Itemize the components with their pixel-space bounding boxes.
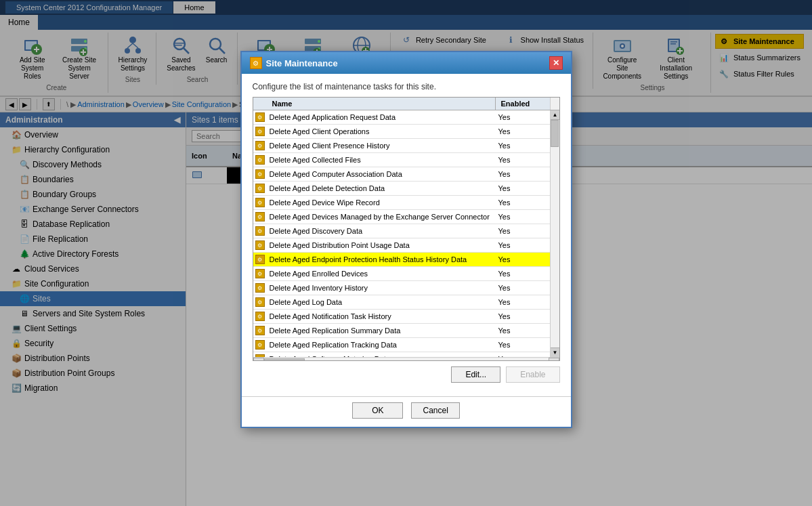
task-row-13[interactable]: ⚙ Delete Aged Log Data Yes bbox=[253, 295, 550, 310]
task-name-7: Delete Aged Devices Managed by the Excha… bbox=[267, 211, 496, 222]
task-enabled-0: Yes bbox=[496, 112, 550, 123]
modal-title-text: Site Maintenance bbox=[266, 58, 338, 68]
task-enabled-8: Yes bbox=[496, 226, 550, 236]
modal-title-area: ⚙ Site Maintenance bbox=[250, 57, 338, 69]
task-name-9: Delete Aged Distribution Point Usage Dat… bbox=[267, 240, 496, 251]
task-icon-8: ⚙ bbox=[253, 224, 267, 238]
modal-overlay: ⚙ Site Maintenance ✕ Configure the list … bbox=[0, 0, 812, 506]
task-row-14[interactable]: ⚙ Delete Aged Notification Task History … bbox=[253, 310, 550, 324]
modal-close-button[interactable]: ✕ bbox=[549, 56, 563, 70]
task-icon-10: ⚙ bbox=[253, 253, 267, 266]
task-enabled-5: Yes bbox=[496, 183, 550, 194]
task-icon-17: ⚙ bbox=[253, 352, 267, 357]
task-enabled-2: Yes bbox=[496, 140, 550, 151]
task-row-2[interactable]: ⚙ Delete Aged Client Presence History Ye… bbox=[253, 139, 550, 153]
modal-footer-buttons: Edit... Enable bbox=[253, 361, 560, 385]
task-row-4[interactable]: ⚙ Delete Aged Computer Association Data … bbox=[253, 167, 550, 182]
task-name-0: Delete Aged Application Request Data bbox=[267, 112, 496, 123]
edit-button[interactable]: Edit... bbox=[451, 366, 500, 383]
task-name-10: Delete Aged Endpoint Protection Health S… bbox=[267, 254, 496, 265]
task-row-3[interactable]: ⚙ Delete Aged Collected Files Yes bbox=[253, 153, 550, 167]
task-row-11[interactable]: ⚙ Delete Aged Enrolled Devices Yes bbox=[253, 267, 550, 281]
modal-header-scroll bbox=[550, 98, 559, 110]
task-icon-9: ⚙ bbox=[253, 238, 267, 252]
task-enabled-7: Yes bbox=[496, 211, 550, 222]
task-row-0[interactable]: ⚙ Delete Aged Application Request Data Y… bbox=[253, 110, 550, 125]
task-icon-3: ⚙ bbox=[253, 153, 267, 167]
task-enabled-4: Yes bbox=[496, 169, 550, 180]
task-name-1: Delete Aged Client Operations bbox=[267, 126, 496, 137]
task-name-15: Delete Aged Replication Summary Data bbox=[267, 325, 496, 336]
task-icon-14: ⚙ bbox=[253, 310, 267, 323]
modal-title-icon: ⚙ bbox=[250, 57, 262, 69]
task-icon-4: ⚙ bbox=[253, 167, 267, 181]
task-enabled-12: Yes bbox=[496, 282, 550, 293]
task-name-14: Delete Aged Notification Task History bbox=[267, 311, 496, 322]
task-enabled-9: Yes bbox=[496, 240, 550, 251]
task-icon-2: ⚙ bbox=[253, 139, 267, 152]
task-name-2: Delete Aged Client Presence History bbox=[267, 140, 496, 151]
modal-col-enabled: Enabled bbox=[496, 98, 550, 110]
task-row-10[interactable]: ⚙ Delete Aged Endpoint Protection Health… bbox=[253, 253, 550, 267]
task-icon-1: ⚙ bbox=[253, 125, 267, 138]
task-enabled-15: Yes bbox=[496, 325, 550, 336]
scroll-thumb[interactable] bbox=[551, 120, 559, 147]
modal-description: Configure the list of maintenance tasks … bbox=[253, 82, 560, 91]
scroll-track bbox=[551, 120, 559, 347]
modal-list-container: Name Enabled ⚙ Delete Aged Application R… bbox=[253, 97, 560, 361]
modal-titlebar: ⚙ Site Maintenance ✕ bbox=[242, 52, 571, 74]
task-name-3: Delete Aged Collected Files bbox=[267, 154, 496, 165]
task-row-12[interactable]: ⚙ Delete Aged Inventory History Yes bbox=[253, 281, 550, 295]
task-row-6[interactable]: ⚙ Delete Aged Device Wipe Record Yes bbox=[253, 196, 550, 210]
task-row-1[interactable]: ⚙ Delete Aged Client Operations Yes bbox=[253, 125, 550, 139]
task-enabled-3: Yes bbox=[496, 154, 550, 165]
task-row-16[interactable]: ⚙ Delete Aged Replication Tracking Data … bbox=[253, 338, 550, 352]
ok-button[interactable]: OK bbox=[352, 402, 403, 419]
task-row-5[interactable]: ⚙ Delete Aged Delete Detection Data Yes bbox=[253, 182, 550, 196]
task-icon-6: ⚙ bbox=[253, 196, 267, 209]
task-enabled-14: Yes bbox=[496, 311, 550, 322]
task-name-5: Delete Aged Delete Detection Data bbox=[267, 183, 496, 194]
task-name-8: Delete Aged Discovery Data bbox=[267, 226, 496, 236]
task-enabled-11: Yes bbox=[496, 268, 550, 279]
modal-list-header-spacer bbox=[253, 98, 267, 110]
task-row-8[interactable]: ⚙ Delete Aged Discovery Data Yes bbox=[253, 224, 550, 238]
modal-bottom-buttons: OK Cancel bbox=[242, 396, 571, 427]
modal-list-rows: ⚙ Delete Aged Application Request Data Y… bbox=[253, 110, 550, 357]
task-enabled-10: Yes bbox=[496, 254, 550, 265]
task-icon-16: ⚙ bbox=[253, 338, 267, 352]
scroll-up-btn[interactable]: ▲ bbox=[551, 110, 560, 120]
modal-col-name: Name bbox=[267, 98, 496, 110]
task-row-9[interactable]: ⚙ Delete Aged Distribution Point Usage D… bbox=[253, 238, 550, 253]
task-icon-5: ⚙ bbox=[253, 182, 267, 195]
task-icon-15: ⚙ bbox=[253, 324, 267, 337]
task-name-12: Delete Aged Inventory History bbox=[267, 282, 496, 293]
scroll-down-btn[interactable]: ▼ bbox=[551, 347, 560, 357]
task-row-17[interactable]: ⚙ Delete Aged Software Metering Data Yes bbox=[253, 352, 550, 357]
task-name-4: Delete Aged Computer Association Data bbox=[267, 169, 496, 180]
modal-list-header: Name Enabled bbox=[253, 98, 559, 110]
task-enabled-6: Yes bbox=[496, 197, 550, 208]
modal-body: Configure the list of maintenance tasks … bbox=[242, 74, 571, 394]
task-name-17: Delete Aged Software Metering Data bbox=[267, 354, 496, 357]
site-maintenance-modal: ⚙ Site Maintenance ✕ Configure the list … bbox=[240, 51, 572, 428]
task-row-15[interactable]: ⚙ Delete Aged Replication Summary Data Y… bbox=[253, 324, 550, 338]
task-name-13: Delete Aged Log Data bbox=[267, 297, 496, 308]
enable-button: Enable bbox=[506, 366, 559, 383]
task-icon-0: ⚙ bbox=[253, 110, 267, 124]
task-enabled-17: Yes bbox=[496, 354, 550, 357]
modal-list-scroll-area: ⚙ Delete Aged Application Request Data Y… bbox=[253, 110, 559, 357]
cancel-button[interactable]: Cancel bbox=[411, 402, 459, 419]
task-enabled-1: Yes bbox=[496, 126, 550, 137]
task-icon-12: ⚙ bbox=[253, 281, 267, 295]
modal-scrollbar[interactable]: ▲ ▼ bbox=[550, 110, 559, 357]
task-name-6: Delete Aged Device Wipe Record bbox=[267, 197, 496, 208]
task-icon-7: ⚙ bbox=[253, 210, 267, 224]
task-enabled-13: Yes bbox=[496, 297, 550, 308]
task-enabled-16: Yes bbox=[496, 339, 550, 350]
task-icon-13: ⚙ bbox=[253, 295, 267, 309]
task-name-16: Delete Aged Replication Tracking Data bbox=[267, 339, 496, 350]
task-name-11: Delete Aged Enrolled Devices bbox=[267, 268, 496, 279]
task-icon-11: ⚙ bbox=[253, 267, 267, 280]
task-row-7[interactable]: ⚙ Delete Aged Devices Managed by the Exc… bbox=[253, 210, 550, 224]
